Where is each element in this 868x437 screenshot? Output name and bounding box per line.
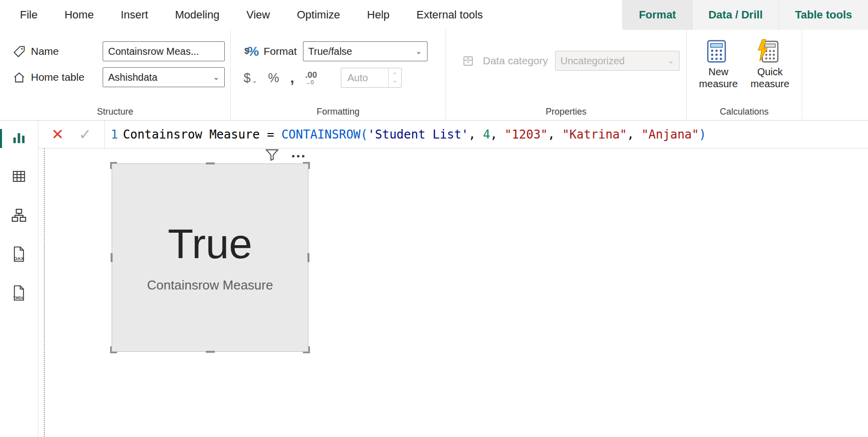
menu-item-view[interactable]: View [233, 0, 283, 30]
percent-format-button[interactable]: % [268, 72, 279, 84]
selection-handle-top[interactable] [206, 162, 215, 164]
formula-token: "Katrina" [562, 128, 627, 142]
report-view-icon [11, 130, 26, 147]
quick-measure-button[interactable]: Quick measure [745, 38, 795, 90]
decimal-icon: .00 [305, 71, 317, 79]
card-visual[interactable]: True Containsrow Measure [112, 163, 308, 352]
tab-table-tools[interactable]: Table tools [779, 0, 868, 30]
chevron-down-icon: ⌄ [668, 56, 674, 65]
home-table-dropdown[interactable]: Ashishdata ⌄ [103, 67, 225, 87]
percent-icon: % [268, 72, 279, 84]
selection-handle-right[interactable] [307, 253, 309, 262]
quick-measure-label: Quick measure [745, 66, 795, 90]
group-label-formatting: Formatting [231, 107, 445, 117]
decimal-places-spinner[interactable]: Auto ⌃ ⌄ [341, 68, 402, 88]
view-sidebar: DAX TMDL [0, 121, 38, 437]
thousands-separator-button[interactable]: , [290, 72, 294, 84]
dax-icon-text: DAX [14, 256, 24, 261]
selection-handle-bottom[interactable] [206, 351, 215, 353]
data-category-value: Uncategorized [561, 55, 625, 67]
tab-data-drill[interactable]: Data / Drill [692, 0, 779, 30]
dax-query-view-icon: DAX [11, 246, 27, 265]
chevron-down-icon: ⌄ [213, 73, 219, 82]
chevron-down-icon: ⌄ [416, 47, 422, 56]
cancel-icon[interactable]: ✕ [51, 126, 64, 143]
home-icon [11, 71, 27, 84]
selection-handle-left[interactable] [111, 253, 113, 262]
currency-format-button[interactable]: $ ⌄ [244, 72, 257, 84]
selection-handle-top-right[interactable] [303, 162, 310, 169]
home-table-value: Ashishdata [108, 72, 157, 83]
sidebar-item-dax-query-view[interactable]: DAX [0, 243, 38, 267]
formula-token: , [490, 128, 505, 142]
report-canvas[interactable]: True Containsrow Measure [38, 148, 868, 437]
tmdl-icon-text: TMDL [13, 295, 24, 300]
formula-bar-controls: ✕ ✓ [38, 121, 105, 148]
calculator-icon [705, 39, 728, 64]
ribbon-empty-space [802, 30, 868, 120]
comma-icon: , [290, 72, 294, 84]
menu-item-insert[interactable]: Insert [107, 0, 161, 30]
formula-token: ( [361, 128, 368, 142]
new-measure-label: New measure [694, 66, 743, 90]
card-value: True [168, 223, 253, 265]
sidebar-item-report-view[interactable] [0, 127, 38, 150]
formula-bar: ✕ ✓ 1 Containsrow Measure = CONTAINSROW(… [38, 121, 868, 148]
format-type-value: True/false [308, 46, 352, 57]
sidebar-item-table-view[interactable] [0, 165, 38, 189]
group-label-calculations: Calculations [687, 107, 802, 117]
formula-token: Containsrow Measure = [123, 128, 282, 142]
contextual-tabs: Format Data / Drill Table tools [622, 0, 868, 30]
tmdl-view-icon: TMDL [11, 285, 27, 303]
spinner-arrows[interactable]: ⌃ ⌄ [388, 68, 401, 87]
tab-format[interactable]: Format [622, 0, 692, 30]
selection-handle-bottom-right[interactable] [303, 346, 310, 353]
data-category-label: Data category [483, 55, 548, 67]
formula-token: CONTAINSROW [282, 128, 361, 142]
measure-name-input[interactable] [103, 41, 225, 61]
menu-item-help[interactable]: Help [354, 0, 403, 30]
name-label: Name [31, 45, 97, 57]
menu-item-modeling[interactable]: Modeling [161, 0, 233, 30]
sidebar-item-model-view[interactable] [0, 204, 38, 228]
menu-item-home[interactable]: Home [51, 0, 107, 30]
ribbon-group-structure: Name Home table Ashishdata ⌄ Structure [0, 30, 231, 120]
chevron-down-icon: ⌄ [252, 77, 257, 84]
menu-item-external-tools[interactable]: External tools [403, 0, 496, 30]
selection-handle-bottom-left[interactable] [110, 346, 117, 353]
model-view-icon [11, 207, 27, 225]
name-tag-icon [11, 45, 27, 58]
formula-token: ) [699, 128, 706, 142]
formula-token: , [627, 128, 641, 142]
new-measure-button[interactable]: New measure [694, 38, 743, 90]
menu-item-file[interactable]: File [0, 0, 51, 30]
format-type-dropdown[interactable]: True/false ⌄ [303, 41, 428, 61]
data-category-dropdown: Uncategorized ⌄ [555, 51, 680, 71]
ribbon-group-calculations: New measure Quick measure [687, 30, 802, 120]
selection-handle-top-left[interactable] [110, 162, 117, 169]
decimal-places-button[interactable]: .00 →0 [305, 71, 317, 85]
commit-icon[interactable]: ✓ [79, 126, 91, 143]
table-view-icon [11, 169, 26, 186]
card-label: Containsrow Measure [147, 278, 273, 293]
group-label-properties: Properties [446, 107, 686, 117]
decimal-arrow-icon: →0 [305, 80, 314, 85]
menu-item-optimize[interactable]: Optimize [284, 0, 354, 30]
ribbon: Name Home table Ashishdata ⌄ Structure $… [0, 30, 868, 121]
decimal-places-value: Auto [341, 72, 388, 84]
filter-icon[interactable] [265, 148, 279, 163]
format-label: Format [264, 45, 297, 57]
format-dollar-percent-icon: $% [244, 44, 260, 59]
group-label-structure: Structure [0, 107, 230, 117]
formula-token: 'Student List' [368, 128, 468, 142]
more-options-icon[interactable] [292, 155, 304, 157]
formula-token: "1203" [505, 128, 548, 142]
ribbon-group-formatting: $% Format True/false ⌄ $ ⌄ % , .00 →0 [231, 30, 446, 120]
formula-token: 4 [483, 128, 490, 142]
line-number: 1 [111, 128, 118, 142]
data-category-icon [460, 54, 476, 68]
home-table-label: Home table [31, 71, 97, 83]
formula-text[interactable]: Containsrow Measure = CONTAINSROW('Stude… [123, 128, 706, 142]
spinner-down-icon[interactable]: ⌄ [393, 78, 397, 83]
sidebar-item-tmdl-view[interactable]: TMDL [0, 282, 38, 306]
